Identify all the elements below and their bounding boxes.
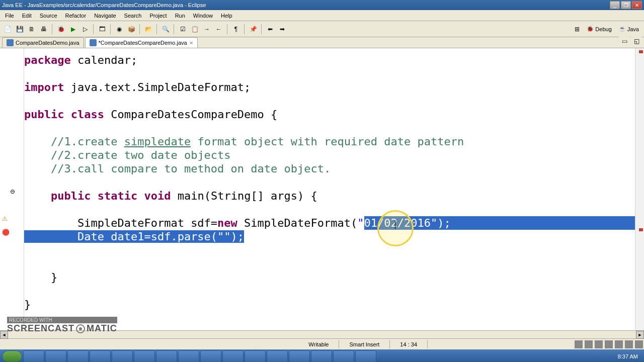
comment: //2.create two date objects xyxy=(51,149,231,161)
maximize-view-button[interactable]: ◱ xyxy=(631,36,642,47)
menu-edit[interactable]: Edit xyxy=(18,12,36,20)
print-button[interactable]: 🖶 xyxy=(38,24,49,35)
taskbar-item[interactable] xyxy=(178,350,199,362)
status-insert-mode: Smart Insert xyxy=(339,340,390,348)
selection: Date date1=sdf.parse(""); xyxy=(24,230,244,243)
perspective-java[interactable]: ☕ Java xyxy=(616,25,642,33)
keyword: public xyxy=(51,190,91,202)
code-text: calendar; xyxy=(71,54,137,66)
minimize-view-button[interactable]: ▭ xyxy=(619,36,630,47)
taskbar-item[interactable] xyxy=(112,350,133,362)
status-icon[interactable] xyxy=(595,340,603,348)
close-icon[interactable]: ✕ xyxy=(189,40,193,46)
status-icon[interactable] xyxy=(615,340,623,348)
editor-area: ⊖ ⚠ 🛑 package calendar; import java.text… xyxy=(0,48,644,330)
error-icon: 🛑 xyxy=(2,229,9,236)
taskbar-item[interactable] xyxy=(200,350,221,362)
separator xyxy=(110,24,111,34)
gutter[interactable]: ⊖ ⚠ 🛑 xyxy=(0,48,24,330)
start-button[interactable] xyxy=(2,350,22,362)
taskbar-item[interactable] xyxy=(23,350,44,362)
prev-annotation-button[interactable]: ← xyxy=(213,24,224,35)
taskbar-item[interactable] xyxy=(333,350,354,362)
perspective-debug[interactable]: 🐞 Debug xyxy=(584,25,614,33)
maximize-button[interactable]: ❐ xyxy=(621,1,631,9)
code-text: java.text.SimpleDateFormat; xyxy=(64,81,251,94)
menu-file[interactable]: File xyxy=(1,12,18,20)
pin-button[interactable]: 📌 xyxy=(248,24,259,35)
status-icon[interactable] xyxy=(625,340,633,348)
taskbar-item[interactable] xyxy=(156,350,177,362)
new-package-button[interactable]: 📦 xyxy=(126,24,137,35)
close-button[interactable]: ✕ xyxy=(632,1,642,9)
horizontal-scrollbar[interactable]: ◄ ► xyxy=(0,330,644,338)
new-button[interactable]: 📄 xyxy=(2,24,13,35)
overview-ruler[interactable] xyxy=(635,48,644,330)
run-button[interactable]: ▶ xyxy=(67,24,78,35)
back-button[interactable]: ⬅ xyxy=(265,24,276,35)
taskbar-item[interactable] xyxy=(90,350,111,362)
error-marker[interactable] xyxy=(639,50,643,53)
menu-source[interactable]: Source xyxy=(36,12,61,20)
taskbar-item[interactable] xyxy=(134,350,155,362)
scroll-right-button[interactable]: ► xyxy=(636,331,644,339)
taskbar-item[interactable] xyxy=(45,350,66,362)
editor-tabs: CompareDatesDemo.java *CompareDatesCompa… xyxy=(0,37,644,48)
new-class-button[interactable]: ◉ xyxy=(114,24,125,35)
status-writable: Writable xyxy=(298,340,339,348)
save-all-button[interactable]: 🗎 xyxy=(26,24,37,35)
open-type-button[interactable]: 📂 xyxy=(143,24,154,35)
code-text: } xyxy=(24,271,57,284)
taskbar-item[interactable] xyxy=(311,350,332,362)
taskbar-item[interactable] xyxy=(222,350,244,362)
annotation-button[interactable]: 📋 xyxy=(189,24,200,35)
selection: 01/02/2016"); xyxy=(364,216,635,230)
java-file-icon xyxy=(90,39,97,46)
separator xyxy=(93,24,94,34)
titlebar: Java EE - JavaExamples/src/calendar/Comp… xyxy=(0,0,644,10)
menu-run[interactable]: Run xyxy=(171,12,189,20)
next-annotation-button[interactable]: → xyxy=(201,24,212,35)
debug-button[interactable]: 🐞 xyxy=(55,24,66,35)
taskbar-item[interactable] xyxy=(267,350,288,362)
menu-window[interactable]: Window xyxy=(189,12,217,20)
taskbar-item[interactable] xyxy=(67,350,89,362)
separator xyxy=(244,24,245,34)
scroll-left-button[interactable]: ◄ xyxy=(0,331,8,339)
menu-navigate[interactable]: Navigate xyxy=(90,12,120,20)
toolbar: 📄 💾 🗎 🖶 🐞 ▶ ▷ 🗔 ◉ 📦 📂 🔍 ☑ 📋 → ← ¶ 📌 ⬅ ➡ … xyxy=(0,21,644,37)
taskbar-item[interactable] xyxy=(355,350,376,362)
status-icon[interactable] xyxy=(585,340,593,348)
toggle-mark-button[interactable]: ☑ xyxy=(177,24,188,35)
menu-project[interactable]: Project xyxy=(145,12,171,20)
status-icon[interactable] xyxy=(575,340,583,348)
show-whitespace-button[interactable]: ¶ xyxy=(230,24,242,35)
status-icon[interactable] xyxy=(605,340,613,348)
collapse-marker-icon[interactable]: ⊖ xyxy=(10,188,17,195)
keyword: package xyxy=(24,54,71,66)
scroll-track[interactable] xyxy=(8,331,636,338)
code-text: } xyxy=(24,298,31,311)
tab-compare-dates-demo[interactable]: CompareDatesDemo.java xyxy=(2,37,84,48)
menu-search[interactable]: Search xyxy=(120,12,146,20)
taskbar-clock[interactable]: 8:37 AM xyxy=(614,353,642,359)
separator xyxy=(227,24,228,34)
menu-refactor[interactable]: Refactor xyxy=(61,12,91,20)
status-icon[interactable] xyxy=(635,340,643,348)
window-title: Java EE - JavaExamples/src/calendar/Comp… xyxy=(2,2,610,8)
code-content[interactable]: package calendar; import java.text.Simpl… xyxy=(24,48,635,330)
save-button[interactable]: 💾 xyxy=(14,24,25,35)
comment: //3.call compare to method on date objec… xyxy=(51,162,331,175)
tab-compare-dates-compare-demo[interactable]: *CompareDatesCompareDemo.java ✕ xyxy=(85,37,198,48)
error-marker[interactable] xyxy=(639,228,643,231)
taskbar-item[interactable] xyxy=(245,350,266,362)
minimize-button[interactable]: _ xyxy=(610,1,620,9)
open-perspective-button[interactable]: ⊞ xyxy=(572,24,583,35)
run-last-button[interactable]: ▷ xyxy=(79,24,91,35)
forward-button[interactable]: ➡ xyxy=(277,24,288,35)
new-server-button[interactable]: 🗔 xyxy=(97,24,108,35)
menu-help[interactable]: Help xyxy=(217,12,236,20)
search-button[interactable]: 🔍 xyxy=(160,24,171,35)
taskbar-item[interactable] xyxy=(289,350,310,362)
tab-label: *CompareDatesCompareDemo.java xyxy=(99,40,187,46)
